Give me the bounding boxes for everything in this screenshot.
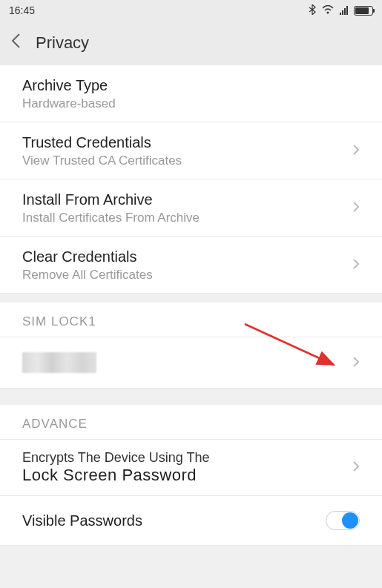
trusted-credentials-item[interactable]: Trusted Credentials View Trusted CA Cert… — [0, 122, 382, 179]
svg-point-0 — [327, 12, 329, 14]
chevron-right-icon — [352, 199, 360, 217]
clear-subtitle: Remove All Certificates — [22, 268, 352, 283]
archive-type-item[interactable]: Archive Type Hardware-based — [0, 65, 382, 122]
install-title: Install From Archive — [22, 190, 352, 209]
install-subtitle: Install Certificates From Archive — [22, 211, 352, 225]
status-time: 16:45 — [9, 4, 35, 16]
visible-passwords-toggle[interactable] — [326, 511, 360, 530]
visible-passwords-item: Visible Passwords — [0, 496, 382, 546]
visible-passwords-title: Visible Passwords — [22, 511, 142, 530]
clear-title: Clear Credentials — [22, 247, 352, 266]
sim-lock-item[interactable] — [0, 337, 382, 389]
back-button[interactable] — [10, 33, 21, 53]
trusted-subtitle: View Trusted CA Certificates — [22, 153, 352, 168]
status-icons — [309, 4, 373, 17]
clear-credentials-item[interactable]: Clear Credentials Remove All Certificate… — [0, 237, 382, 294]
sim-lock-header: SIM LOCK1 — [0, 303, 382, 337]
chevron-right-icon — [352, 257, 360, 274]
archive-type-title: Archive Type — [22, 76, 360, 95]
page-title: Privacy — [36, 33, 89, 53]
trusted-title: Trusted Credentials — [22, 133, 352, 152]
wifi-icon — [322, 4, 334, 16]
signal-icon — [340, 6, 348, 15]
encrypt-line2: Lock Screen Password — [22, 466, 352, 485]
encrypt-line1: Encrypts The Device Using The — [22, 450, 352, 466]
advance-header: ADVANCE — [0, 405, 382, 440]
chevron-right-icon — [352, 459, 360, 476]
header: Privacy — [0, 21, 382, 65]
chevron-right-icon — [352, 354, 360, 371]
status-bar: 16:45 — [0, 0, 382, 21]
bluetooth-icon — [309, 4, 316, 17]
archive-type-subtitle: Hardware-based — [22, 96, 360, 111]
chevron-right-icon — [352, 142, 360, 159]
battery-icon — [354, 6, 373, 16]
install-from-archive-item[interactable]: Install From Archive Install Certificate… — [0, 179, 382, 237]
encrypt-device-item[interactable]: Encrypts The Device Using The Lock Scree… — [0, 440, 382, 496]
redacted-label — [22, 352, 96, 373]
